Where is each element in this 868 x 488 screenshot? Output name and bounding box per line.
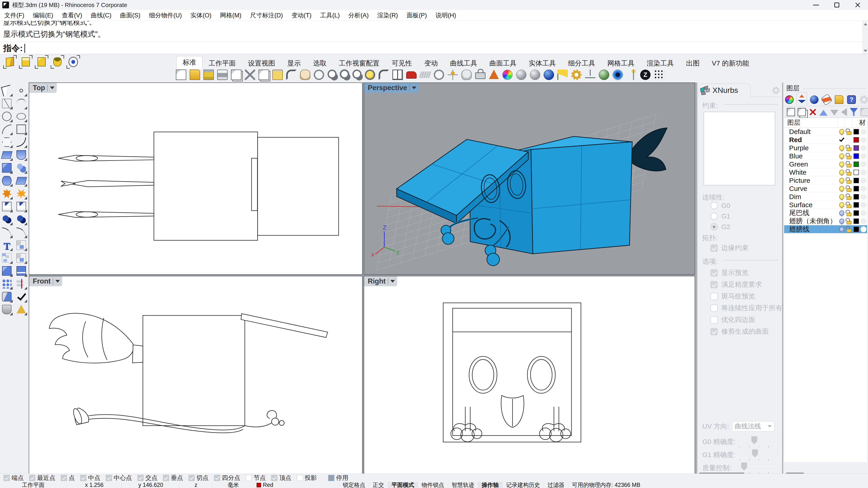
undo-view-change-icon[interactable] <box>379 70 389 80</box>
layer-lock-cell[interactable] <box>845 129 852 135</box>
layer-color-cell[interactable] <box>852 202 860 207</box>
toolbar-tab-渲染工具[interactable]: 渲染工具 <box>641 58 680 69</box>
osnap-checkbox-中心点[interactable] <box>106 475 112 481</box>
osnap-点[interactable]: 点 <box>61 474 75 482</box>
pyramid-icon[interactable] <box>16 304 27 315</box>
trim-icon[interactable] <box>1 201 13 213</box>
layer-visibility-cell[interactable] <box>838 227 845 232</box>
status-toggle-操作轴[interactable]: 操作轴 <box>478 482 502 488</box>
render-icon[interactable] <box>489 70 499 79</box>
viewport-front[interactable]: Front <box>29 276 363 476</box>
constraint-listbox[interactable] <box>704 112 775 185</box>
rectangle-icon[interactable] <box>16 123 27 135</box>
boolean-union-icon[interactable] <box>1 214 13 225</box>
bulb-icon[interactable] <box>839 186 844 191</box>
delete-layer-icon[interactable] <box>809 108 817 116</box>
viewport-right[interactable]: Right <box>364 276 695 476</box>
material-circle-icon[interactable] <box>861 186 866 192</box>
osnap-checkbox-端点[interactable] <box>4 475 10 481</box>
solid-filter-icon[interactable] <box>36 56 48 68</box>
layer-color-cell[interactable] <box>852 145 860 151</box>
status-toggle-物件锁点[interactable]: 物件锁点 <box>418 482 448 488</box>
layer-material-cell[interactable] <box>860 218 867 224</box>
continuity-radio-row-G2[interactable]: G2 <box>710 223 730 231</box>
lock-open-icon[interactable] <box>846 196 851 200</box>
lock-open-icon[interactable] <box>846 180 851 184</box>
layer-visibility-cell[interactable] <box>838 170 845 175</box>
status-toggle-智慧轨迹[interactable]: 智慧轨迹 <box>448 482 478 488</box>
layer-material-cell[interactable] <box>860 129 867 135</box>
menu-item-网格(M)[interactable]: 网格(M) <box>216 10 246 21</box>
continuity-radio-row-G1[interactable]: G1 <box>710 213 730 220</box>
extrude-surface-icon[interactable] <box>16 265 27 277</box>
toolbar-tab-可见性[interactable]: 可见性 <box>385 58 418 69</box>
move-to-layer-icon[interactable] <box>16 239 27 251</box>
layer-color-cell[interactable] <box>852 210 860 216</box>
osnap-投影[interactable]: 投影 <box>297 474 317 482</box>
layer-color-swatch[interactable] <box>854 227 859 232</box>
layer-material-cell[interactable] <box>860 177 867 184</box>
polyline-icon[interactable] <box>1 98 13 109</box>
lock-open-icon[interactable] <box>846 213 851 216</box>
slider-G0 精确度:[interactable] <box>739 435 779 448</box>
status-toggle-过滤器[interactable]: 过滤器 <box>544 482 568 488</box>
layer-visibility-cell[interactable] <box>838 153 845 159</box>
edge-constraint-checkbox-row[interactable]: 边缘约束 <box>710 243 748 253</box>
print-icon[interactable] <box>217 70 228 80</box>
open-file-icon[interactable] <box>190 70 200 80</box>
menu-item-编辑(E)[interactable]: 编辑(E) <box>29 10 57 21</box>
chevron-down-icon[interactable] <box>391 280 395 283</box>
toolbar-tab-工作平面[interactable]: 工作平面 <box>203 58 242 69</box>
layer-material-cell[interactable] <box>860 194 867 200</box>
material-circle-icon[interactable] <box>861 129 866 135</box>
layer-lock-cell[interactable] <box>845 169 852 175</box>
layer-visibility-cell[interactable] <box>838 145 845 151</box>
osnap-最近点[interactable]: 最近点 <box>29 474 55 482</box>
panel-tab-properties-wheel[interactable] <box>784 94 795 105</box>
material-circle-icon[interactable] <box>861 202 866 208</box>
layer-row-Surface[interactable]: Surface <box>784 201 867 209</box>
polygon-icon[interactable] <box>1 136 13 148</box>
restore-button[interactable] <box>827 0 847 10</box>
copy-icon[interactable] <box>258 70 269 80</box>
osnap-节点[interactable]: 节点 <box>246 474 266 482</box>
visibility-eye-icon[interactable] <box>67 56 79 68</box>
panel-tab-help[interactable]: ? <box>846 94 857 105</box>
layer-visibility-cell[interactable] <box>838 194 845 199</box>
layer-color-cell[interactable] <box>852 186 860 191</box>
scroll-down-icon[interactable] <box>864 50 867 52</box>
toolbar-tab-工作视窗配置[interactable]: 工作视窗配置 <box>333 58 385 69</box>
layer-visibility-cell[interactable] <box>838 219 845 224</box>
osnap-checkbox-切点[interactable] <box>188 475 195 481</box>
new-file-icon[interactable] <box>176 70 186 80</box>
new-layer-icon[interactable] <box>787 108 795 116</box>
slider-质量控制:[interactable] <box>739 462 779 474</box>
layer-visibility-cell[interactable] <box>838 129 845 134</box>
shell-filter-icon[interactable] <box>52 56 63 68</box>
lock-open-icon[interactable] <box>846 229 851 232</box>
move-up-icon[interactable] <box>819 110 828 116</box>
solid-box-icon[interactable] <box>1 162 13 174</box>
viewport-front-tab[interactable]: Front <box>29 276 62 286</box>
status-cell-Red[interactable]: Red <box>254 482 339 488</box>
layer-color-cell[interactable] <box>852 194 860 199</box>
bulb-icon[interactable] <box>839 210 844 216</box>
panel-tab-display-sphere[interactable] <box>809 94 819 105</box>
layer-visibility-cell[interactable] <box>838 186 845 191</box>
menu-item-尺寸标注(D)[interactable]: 尺寸标注(D) <box>246 10 287 21</box>
layer-material-cell[interactable] <box>860 161 867 167</box>
osnap-checkbox-顶点[interactable] <box>271 475 277 481</box>
layer-color-cell[interactable] <box>852 178 860 183</box>
lock-open-icon[interactable] <box>846 156 851 159</box>
status-cell-x 1.256[interactable]: x 1.256 <box>67 482 122 488</box>
single-point-icon[interactable] <box>16 85 27 96</box>
osnap-checkbox-中点[interactable] <box>80 475 86 481</box>
checkbox-显示预览[interactable] <box>710 269 718 276</box>
undo-icon[interactable] <box>286 70 297 80</box>
rendered-viewport-icon[interactable] <box>544 70 554 80</box>
material-circle-icon[interactable] <box>861 218 866 224</box>
status-toggle-锁定格点[interactable]: 锁定格点 <box>339 482 369 488</box>
viewport-perspective-tab[interactable]: Perspective <box>364 83 418 93</box>
layer-color-swatch[interactable] <box>854 145 859 151</box>
revolve-surface-icon[interactable] <box>1 175 13 187</box>
